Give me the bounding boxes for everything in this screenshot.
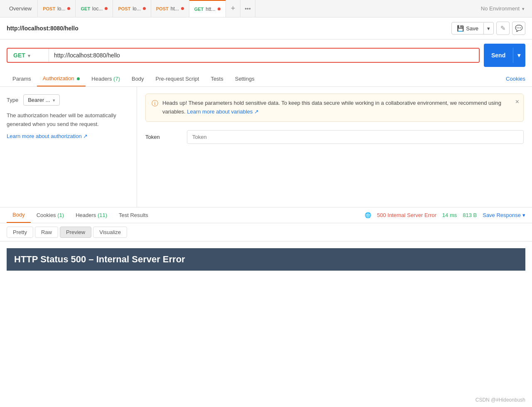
type-dropdown[interactable]: Bearer ... — [23, 94, 59, 106]
resp-tab-headers[interactable]: Headers (11) — [70, 208, 113, 222]
type-row: Type Bearer ... — [7, 94, 130, 106]
dot-icon — [181, 7, 184, 10]
fmt-tab-preview[interactable]: Preview — [60, 227, 91, 238]
cookies-link[interactable]: Cookies — [506, 72, 525, 86]
fmt-tab-visualize[interactable]: Visualize — [93, 227, 127, 238]
tab-overview[interactable]: Overview — [3, 0, 38, 17]
save-main[interactable]: 💾 Save — [452, 22, 483, 34]
tab-get1[interactable]: GET loc... — [76, 0, 113, 17]
fmt-tab-pretty[interactable]: Pretty — [7, 227, 33, 238]
tab-add-button[interactable]: + — [226, 0, 241, 17]
request-tabs-nav: Params Authorization Headers (7) Body Pr… — [0, 71, 532, 87]
status-badge: 500 Internal Server Error — [377, 212, 436, 218]
tab-post2[interactable]: POST lo... — [113, 0, 151, 17]
edit-icon: ✎ — [500, 25, 506, 32]
auth-right-panel: ⓘ Heads up! These parameters hold sensit… — [137, 87, 532, 207]
dot-green-icon — [77, 77, 80, 80]
tab-tests[interactable]: Tests — [205, 72, 229, 86]
learn-more-auth-link[interactable]: Learn more about authorization ↗ — [7, 133, 88, 139]
tab-headers[interactable]: Headers (7) — [86, 72, 126, 86]
resp-tab-cookies[interactable]: Cookies (1) — [31, 208, 70, 222]
tab-get2[interactable]: GET htt... — [189, 0, 226, 17]
close-alert-button[interactable]: × — [515, 98, 519, 106]
response-tabs: Body Cookies (1) Headers (11) Test Resul… — [0, 207, 532, 223]
alert-icon: ⓘ — [152, 99, 158, 108]
save-response-button[interactable]: Save Response ▾ — [483, 212, 525, 218]
resp-tab-body[interactable]: Body — [7, 207, 31, 223]
dot-icon — [67, 7, 70, 10]
tab-more-button[interactable]: ••• — [240, 0, 255, 17]
fmt-tab-raw[interactable]: Raw — [35, 227, 58, 238]
tab-body[interactable]: Body — [126, 72, 150, 86]
tab-settings[interactable]: Settings — [229, 72, 260, 86]
tab-params[interactable]: Params — [7, 72, 37, 86]
method-chevron-icon — [28, 52, 30, 59]
comment-button[interactable]: 💬 — [512, 22, 525, 35]
token-label: Token — [145, 134, 179, 140]
chevron-down-icon — [522, 5, 525, 12]
format-tabs: Pretty Raw Preview Visualize — [0, 223, 532, 242]
main-content: Type Bearer ... The authorization header… — [0, 87, 532, 207]
env-selector[interactable]: No Environment — [477, 5, 529, 12]
dot-icon — [143, 7, 146, 10]
dot-icon — [105, 7, 108, 10]
method-select[interactable]: GET — [7, 49, 49, 62]
save-button[interactable]: 💾 Save ▾ — [451, 22, 494, 35]
type-chevron-icon — [53, 97, 55, 103]
send-button[interactable]: Send ▾ — [484, 44, 525, 67]
alert-text: Heads up! These parameters hold sensitiv… — [162, 99, 517, 116]
resp-tab-test-results[interactable]: Test Results — [113, 208, 154, 222]
tab-post1[interactable]: POST lo... — [38, 0, 76, 17]
save-response-chevron-icon: ▾ — [522, 212, 525, 218]
method-value: GET — [13, 52, 25, 59]
auth-left-panel: Type Bearer ... The authorization header… — [0, 87, 137, 207]
comment-icon: 💬 — [515, 25, 523, 32]
token-input[interactable] — [187, 130, 524, 144]
tab-bar: Overview POST lo... GET loc... POST lo..… — [0, 0, 532, 17]
response-area: Body Cookies (1) Headers (11) Test Resul… — [0, 207, 532, 271]
alert-box: ⓘ Heads up! These parameters hold sensit… — [145, 94, 524, 122]
response-size: 813 B — [463, 212, 477, 218]
tab-authorization[interactable]: Authorization — [37, 71, 86, 86]
response-status-bar: 🌐 500 Internal Server Error 14 ms 813 B … — [365, 212, 525, 218]
dot-icon — [218, 7, 221, 10]
auth-description: The authorization header will be automat… — [7, 111, 130, 129]
http-error-banner: HTTP Status 500 – Internal Server Error — [7, 248, 525, 271]
learn-more-variables-link[interactable]: Learn more about variables ↗ — [187, 109, 259, 115]
edit-button[interactable]: ✎ — [496, 22, 510, 35]
url-actions: 💾 Save ▾ ✎ 💬 — [451, 22, 525, 35]
globe-icon: 🌐 — [365, 212, 371, 218]
send-dropdown-icon[interactable]: ▾ — [513, 48, 525, 63]
url-bar-area: http://localhost:8080/hello 💾 Save ▾ ✎ 💬 — [0, 17, 532, 39]
tab-post3[interactable]: POST ht... — [151, 0, 189, 17]
request-title: http://localhost:8080/hello — [7, 25, 451, 32]
tab-prerequest-script[interactable]: Pre-request Script — [150, 72, 205, 86]
url-input[interactable] — [49, 49, 479, 62]
footer: CSDN @#Hideonbush — [476, 397, 525, 403]
token-row: Token — [145, 130, 524, 144]
method-url-box: GET — [7, 48, 480, 63]
request-line: GET Send ▾ — [0, 39, 532, 71]
save-dropdown-arrow[interactable]: ▾ — [483, 23, 493, 34]
response-time: 14 ms — [442, 212, 457, 218]
